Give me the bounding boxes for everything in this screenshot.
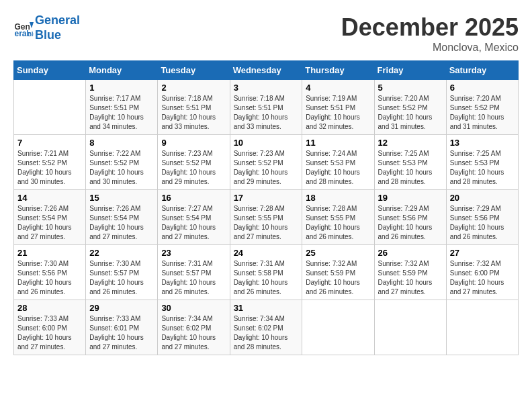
day-number: 15 xyxy=(89,193,154,203)
calendar-cell: 14Sunrise: 7:26 AM Sunset: 5:54 PM Dayli… xyxy=(14,190,86,245)
day-info: Sunrise: 7:33 AM Sunset: 6:00 PM Dayligh… xyxy=(17,314,82,352)
day-number: 8 xyxy=(89,138,154,148)
day-number: 19 xyxy=(378,193,443,203)
day-info: Sunrise: 7:20 AM Sunset: 5:52 PM Dayligh… xyxy=(450,94,515,132)
weekday-header-monday: Monday xyxy=(86,61,158,80)
week-row-3: 14Sunrise: 7:26 AM Sunset: 5:54 PM Dayli… xyxy=(14,190,519,245)
calendar-cell: 31Sunrise: 7:34 AM Sunset: 6:02 PM Dayli… xyxy=(230,300,302,355)
calendar-cell: 29Sunrise: 7:33 AM Sunset: 6:01 PM Dayli… xyxy=(86,300,158,355)
day-number: 30 xyxy=(161,303,226,313)
day-info: Sunrise: 7:31 AM Sunset: 5:58 PM Dayligh… xyxy=(234,259,299,297)
day-info: Sunrise: 7:19 AM Sunset: 5:51 PM Dayligh… xyxy=(306,94,370,132)
weekday-header-sunday: Sunday xyxy=(14,61,86,80)
day-info: Sunrise: 7:25 AM Sunset: 5:53 PM Dayligh… xyxy=(450,149,515,187)
calendar-cell: 2Sunrise: 7:18 AM Sunset: 5:51 PM Daylig… xyxy=(158,80,230,135)
day-info: Sunrise: 7:31 AM Sunset: 5:57 PM Dayligh… xyxy=(161,259,226,297)
calendar-cell: 1Sunrise: 7:17 AM Sunset: 5:51 PM Daylig… xyxy=(86,80,158,135)
day-number: 5 xyxy=(378,83,443,93)
day-number: 12 xyxy=(378,138,443,148)
day-number: 13 xyxy=(450,138,515,148)
day-info: Sunrise: 7:32 AM Sunset: 5:59 PM Dayligh… xyxy=(378,259,443,297)
day-number: 14 xyxy=(17,193,82,203)
calendar-cell: 8Sunrise: 7:22 AM Sunset: 5:52 PM Daylig… xyxy=(86,135,158,190)
calendar-cell: 19Sunrise: 7:29 AM Sunset: 5:56 PM Dayli… xyxy=(374,190,446,245)
day-number: 6 xyxy=(450,83,515,93)
day-number: 16 xyxy=(161,193,226,203)
calendar-cell: 30Sunrise: 7:34 AM Sunset: 6:02 PM Dayli… xyxy=(158,300,230,355)
day-number: 11 xyxy=(306,138,370,148)
day-info: Sunrise: 7:23 AM Sunset: 5:52 PM Dayligh… xyxy=(234,149,299,187)
calendar-cell: 22Sunrise: 7:30 AM Sunset: 5:57 PM Dayli… xyxy=(86,245,158,300)
calendar-cell: 5Sunrise: 7:20 AM Sunset: 5:52 PM Daylig… xyxy=(374,80,446,135)
day-number: 22 xyxy=(89,248,154,258)
calendar-cell: 23Sunrise: 7:31 AM Sunset: 5:57 PM Dayli… xyxy=(158,245,230,300)
week-row-1: 1Sunrise: 7:17 AM Sunset: 5:51 PM Daylig… xyxy=(14,80,519,135)
svg-text:eral: eral xyxy=(15,29,29,38)
calendar-cell: 6Sunrise: 7:20 AM Sunset: 5:52 PM Daylig… xyxy=(446,80,518,135)
day-info: Sunrise: 7:23 AM Sunset: 5:52 PM Dayligh… xyxy=(161,149,226,187)
day-number: 3 xyxy=(234,83,299,93)
logo-icon: Gen eral Blue xyxy=(13,18,34,38)
day-number: 17 xyxy=(234,193,299,203)
day-info: Sunrise: 7:21 AM Sunset: 5:52 PM Dayligh… xyxy=(17,149,82,187)
day-number: 31 xyxy=(234,303,299,313)
day-info: Sunrise: 7:18 AM Sunset: 5:51 PM Dayligh… xyxy=(234,94,299,132)
day-number: 24 xyxy=(234,248,299,258)
day-info: Sunrise: 7:24 AM Sunset: 5:53 PM Dayligh… xyxy=(306,149,370,187)
day-number: 9 xyxy=(161,138,226,148)
month-title: December 2025 xyxy=(341,13,519,42)
logo-text: GeneralBlue xyxy=(35,13,80,42)
week-row-5: 28Sunrise: 7:33 AM Sunset: 6:00 PM Dayli… xyxy=(14,300,519,355)
page-header: Gen eral Blue GeneralBlue December 2025 … xyxy=(13,13,519,54)
day-number: 27 xyxy=(450,248,515,258)
week-row-2: 7Sunrise: 7:21 AM Sunset: 5:52 PM Daylig… xyxy=(14,135,519,190)
day-number: 28 xyxy=(17,303,82,313)
calendar-cell: 16Sunrise: 7:27 AM Sunset: 5:54 PM Dayli… xyxy=(158,190,230,245)
calendar-cell: 9Sunrise: 7:23 AM Sunset: 5:52 PM Daylig… xyxy=(158,135,230,190)
day-number: 29 xyxy=(89,303,154,313)
calendar-cell: 28Sunrise: 7:33 AM Sunset: 6:00 PM Dayli… xyxy=(14,300,86,355)
day-info: Sunrise: 7:22 AM Sunset: 5:52 PM Dayligh… xyxy=(89,149,154,187)
location-subtitle: Monclova, Mexico xyxy=(341,42,519,54)
calendar-cell: 24Sunrise: 7:31 AM Sunset: 5:58 PM Dayli… xyxy=(230,245,302,300)
calendar-cell: 4Sunrise: 7:19 AM Sunset: 5:51 PM Daylig… xyxy=(302,80,374,135)
title-block: December 2025 Monclova, Mexico xyxy=(341,13,519,54)
day-info: Sunrise: 7:25 AM Sunset: 5:53 PM Dayligh… xyxy=(378,149,443,187)
weekday-header-row: SundayMondayTuesdayWednesdayThursdayFrid… xyxy=(14,61,519,80)
weekday-header-tuesday: Tuesday xyxy=(158,61,230,80)
calendar-cell: 7Sunrise: 7:21 AM Sunset: 5:52 PM Daylig… xyxy=(14,135,86,190)
day-info: Sunrise: 7:30 AM Sunset: 5:57 PM Dayligh… xyxy=(89,259,154,297)
day-info: Sunrise: 7:27 AM Sunset: 5:54 PM Dayligh… xyxy=(161,204,226,242)
day-number: 21 xyxy=(17,248,82,258)
day-info: Sunrise: 7:18 AM Sunset: 5:51 PM Dayligh… xyxy=(161,94,226,132)
calendar-cell: 21Sunrise: 7:30 AM Sunset: 5:56 PM Dayli… xyxy=(14,245,86,300)
day-info: Sunrise: 7:34 AM Sunset: 6:02 PM Dayligh… xyxy=(234,314,299,352)
day-info: Sunrise: 7:32 AM Sunset: 5:59 PM Dayligh… xyxy=(306,259,370,297)
calendar-cell: 3Sunrise: 7:18 AM Sunset: 5:51 PM Daylig… xyxy=(230,80,302,135)
day-info: Sunrise: 7:26 AM Sunset: 5:54 PM Dayligh… xyxy=(17,204,82,242)
calendar-cell: 26Sunrise: 7:32 AM Sunset: 5:59 PM Dayli… xyxy=(374,245,446,300)
weekday-header-thursday: Thursday xyxy=(302,61,374,80)
day-number: 20 xyxy=(450,193,515,203)
svg-marker-2 xyxy=(30,22,34,28)
day-number: 7 xyxy=(17,138,82,148)
day-number: 18 xyxy=(306,193,370,203)
day-number: 25 xyxy=(306,248,370,258)
calendar-cell: 11Sunrise: 7:24 AM Sunset: 5:53 PM Dayli… xyxy=(302,135,374,190)
logo: Gen eral Blue GeneralBlue xyxy=(13,13,80,42)
calendar-cell: 17Sunrise: 7:28 AM Sunset: 5:55 PM Dayli… xyxy=(230,190,302,245)
day-number: 26 xyxy=(378,248,443,258)
day-number: 10 xyxy=(234,138,299,148)
week-row-4: 21Sunrise: 7:30 AM Sunset: 5:56 PM Dayli… xyxy=(14,245,519,300)
calendar-cell: 20Sunrise: 7:29 AM Sunset: 5:56 PM Dayli… xyxy=(446,190,518,245)
day-info: Sunrise: 7:17 AM Sunset: 5:51 PM Dayligh… xyxy=(89,94,154,132)
calendar-cell: 15Sunrise: 7:26 AM Sunset: 5:54 PM Dayli… xyxy=(86,190,158,245)
calendar-cell: 27Sunrise: 7:32 AM Sunset: 6:00 PM Dayli… xyxy=(446,245,518,300)
day-number: 4 xyxy=(306,83,370,93)
weekday-header-friday: Friday xyxy=(374,61,446,80)
day-info: Sunrise: 7:28 AM Sunset: 5:55 PM Dayligh… xyxy=(306,204,370,242)
calendar-cell xyxy=(302,300,374,355)
calendar-cell: 10Sunrise: 7:23 AM Sunset: 5:52 PM Dayli… xyxy=(230,135,302,190)
day-info: Sunrise: 7:28 AM Sunset: 5:55 PM Dayligh… xyxy=(234,204,299,242)
day-info: Sunrise: 7:32 AM Sunset: 6:00 PM Dayligh… xyxy=(450,259,515,297)
